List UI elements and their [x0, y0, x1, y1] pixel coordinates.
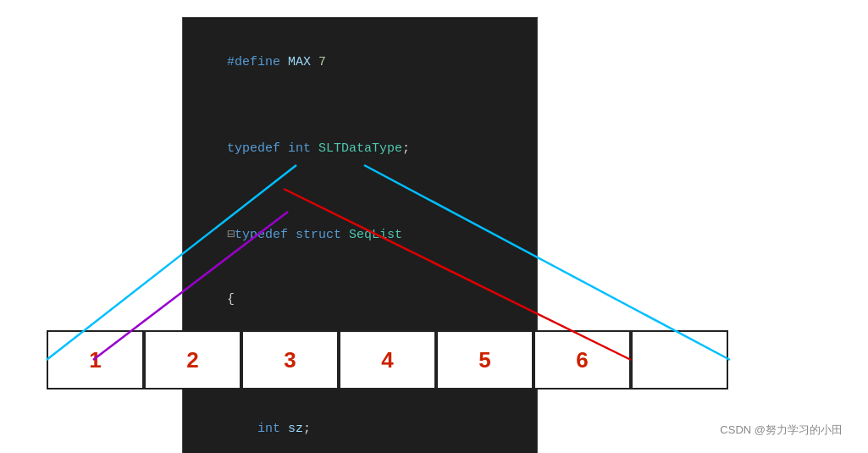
- code-line-2: [196, 95, 523, 117]
- array-cell-5: 5: [436, 330, 534, 389]
- code-line-6: {: [196, 268, 523, 333]
- array-cell-6: 6: [534, 330, 631, 389]
- code-line-8: int sz;: [196, 397, 523, 454]
- array-cell-7: [631, 330, 728, 389]
- code-line-1: #define MAX 7: [196, 30, 523, 95]
- code-line-3: typedef int SLTDataType;: [196, 116, 523, 181]
- code-line-5: ⊟typedef struct SeqList: [196, 202, 523, 268]
- array-cell-2: 2: [144, 330, 241, 389]
- array-visualization: 1 2 3 4 5 6: [47, 330, 728, 389]
- code-line-4: [196, 181, 523, 203]
- array-cell-4: 4: [339, 330, 436, 389]
- watermark: CSDN @努力学习的小田: [720, 423, 843, 438]
- array-cell-3: 3: [241, 330, 339, 389]
- array-cell-1: 1: [47, 330, 144, 389]
